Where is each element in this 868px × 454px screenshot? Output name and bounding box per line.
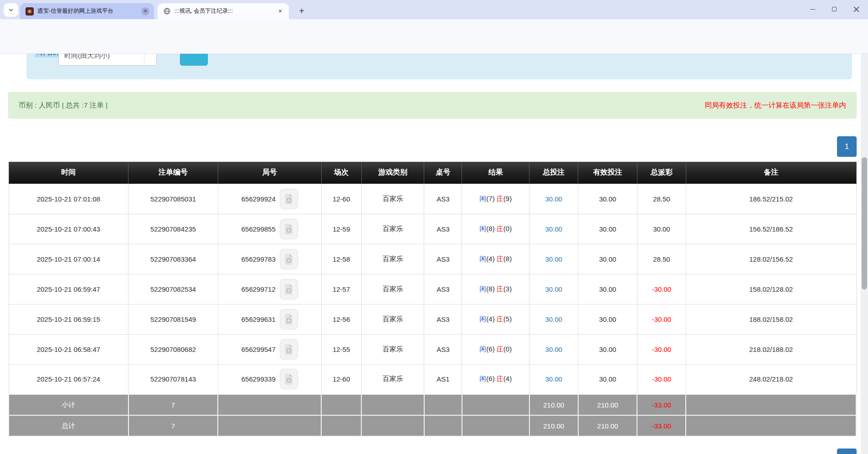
tab-bet-records-active[interactable]: :::视讯, 会员下注纪录::: ✕ bbox=[158, 3, 289, 19]
summary-alert: 币别 : 人民币 | 总共 :7 注单 | 同局有效投注，统一计算在该局第一张注… bbox=[8, 92, 857, 119]
tab-close-icon[interactable]: ✕ bbox=[276, 7, 284, 15]
globe-icon bbox=[163, 7, 171, 15]
cell-round: 656299631 bbox=[218, 304, 321, 334]
bet-record-table: 时间注单编号局号场次游戏类别桌号结果总投注有效投注总派彩备注 2025-10-2… bbox=[8, 162, 857, 437]
video-replay-button[interactable] bbox=[280, 219, 298, 239]
video-replay-button[interactable] bbox=[280, 339, 298, 360]
cell-bet-id: 522907085031 bbox=[128, 184, 218, 214]
cell-result: 闲(4) 庄(5) bbox=[462, 304, 529, 334]
cell-table-number: AS3 bbox=[424, 304, 462, 334]
cell-total-bet-link[interactable]: 30.00 bbox=[529, 304, 578, 334]
video-replay-icon bbox=[284, 313, 294, 325]
video-replay-button[interactable] bbox=[280, 249, 298, 269]
tab-close-icon[interactable]: ✕ bbox=[141, 7, 149, 15]
cell-total-bet-link[interactable]: 30.00 bbox=[529, 184, 578, 214]
cell-payout: 30.00 bbox=[637, 214, 686, 244]
cell-game-type: 百家乐 bbox=[361, 304, 424, 334]
sort-select[interactable]: 时间(由大到小) bbox=[58, 54, 157, 66]
window-minimize-button[interactable] bbox=[802, 0, 823, 18]
round-number: 656299855 bbox=[241, 225, 276, 233]
summary-label: 小计 bbox=[9, 394, 128, 415]
column-header: 注单编号 bbox=[128, 162, 218, 184]
round-number: 656299547 bbox=[241, 346, 276, 353]
cell-note: 218.02/188.02 bbox=[686, 334, 856, 364]
close-icon bbox=[853, 6, 859, 12]
video-replay-button[interactable] bbox=[280, 369, 298, 389]
tab-title: :::视讯, 会员下注纪录::: bbox=[175, 7, 272, 15]
window-close-button[interactable] bbox=[845, 0, 868, 18]
cell-result: 闲(4) 庄(8) bbox=[462, 244, 529, 274]
summary-total-bet: 210.00 bbox=[529, 415, 578, 436]
tongbao-favicon-icon bbox=[26, 7, 34, 15]
cell-total-bet-link[interactable]: 30.00 bbox=[529, 214, 578, 244]
pagination-page-1-top[interactable]: 1 bbox=[837, 136, 857, 157]
summary-empty bbox=[218, 415, 321, 436]
select-arrow-zone-icon bbox=[144, 54, 144, 63]
banker-result: 庄 bbox=[497, 375, 503, 382]
chevron-down-icon bbox=[8, 7, 14, 13]
cell-round: 656299783 bbox=[218, 244, 321, 274]
cell-table-number: AS1 bbox=[424, 364, 462, 394]
column-header: 总派彩 bbox=[637, 162, 686, 184]
cell-game-type: 百家乐 bbox=[361, 184, 424, 214]
cell-result: 闲(7) 庄(9) bbox=[462, 184, 529, 214]
pagination-page-1-bottom[interactable]: 1 bbox=[837, 449, 857, 454]
cell-time: 2025-10-21 07:00:43 bbox=[9, 214, 128, 244]
summary-empty bbox=[424, 415, 462, 436]
tab-tongbao[interactable]: 通宝-信誉最好的网上游戏平台 ✕ bbox=[20, 3, 154, 19]
cell-game-type: 百家乐 bbox=[361, 364, 424, 394]
tab-search-button[interactable] bbox=[4, 3, 18, 17]
page-scrollbar-thumb[interactable] bbox=[862, 157, 867, 289]
cell-note: 128.02/156.52 bbox=[686, 244, 856, 274]
cell-table-number: AS3 bbox=[424, 334, 462, 364]
search-submit-button[interactable] bbox=[180, 54, 208, 66]
filter-panel: 时间排序: 时间(由大到小) bbox=[26, 54, 852, 79]
cell-note: 156.52/186.52 bbox=[686, 214, 856, 244]
cell-session: 12-59 bbox=[321, 214, 361, 244]
summary-empty bbox=[424, 394, 462, 415]
cell-bet-id: 522907083364 bbox=[128, 244, 218, 274]
summary-empty bbox=[361, 415, 424, 436]
cell-round: 656299924 bbox=[218, 184, 321, 214]
banker-result: 庄 bbox=[497, 225, 503, 232]
column-header: 游戏类别 bbox=[361, 162, 424, 184]
summary-empty bbox=[218, 394, 321, 415]
maximize-icon bbox=[832, 7, 837, 11]
column-header: 时间 bbox=[9, 162, 128, 184]
table-row: 2025-10-21 07:01:08522907085031656299924… bbox=[9, 184, 856, 214]
player-result: 闲 bbox=[479, 225, 486, 232]
cell-result: 闲(6) 庄(0) bbox=[462, 334, 529, 364]
cell-bet-id: 522907078143 bbox=[128, 364, 218, 394]
cell-total-bet-link[interactable]: 30.00 bbox=[529, 244, 578, 274]
summary-empty bbox=[686, 415, 856, 436]
cell-payout: 28.50 bbox=[637, 244, 686, 274]
window-maximize-button[interactable] bbox=[824, 0, 845, 18]
round-number: 656299339 bbox=[241, 375, 276, 383]
video-replay-button[interactable] bbox=[280, 189, 298, 209]
round-number: 656299783 bbox=[241, 255, 276, 263]
summary-empty bbox=[686, 394, 856, 415]
table-row: 2025-10-21 06:59:47522907082534656299712… bbox=[9, 274, 856, 304]
cell-valid-bet: 30.00 bbox=[578, 184, 637, 214]
column-header: 备注 bbox=[686, 162, 856, 184]
cell-session: 12-58 bbox=[321, 244, 361, 274]
cell-bet-id: 522907082534 bbox=[128, 274, 218, 304]
cell-session: 12-55 bbox=[321, 334, 361, 364]
currency-summary-text: 币别 : 人民币 | 总共 :7 注单 | bbox=[19, 101, 108, 110]
video-replay-icon bbox=[284, 253, 294, 265]
video-replay-icon bbox=[284, 223, 294, 235]
cell-session: 12-56 bbox=[321, 304, 361, 334]
cell-total-bet-link[interactable]: 30.00 bbox=[529, 334, 578, 364]
cell-total-bet-link[interactable]: 30.00 bbox=[529, 364, 578, 394]
browser-toolbar: dongshouji.com/ipl/portal.php/game/betre… bbox=[0, 19, 868, 39]
new-tab-button[interactable]: + bbox=[295, 5, 308, 17]
cell-bet-id: 522907080682 bbox=[128, 334, 218, 364]
column-header: 场次 bbox=[321, 162, 361, 184]
cell-total-bet-link[interactable]: 30.00 bbox=[529, 274, 578, 304]
video-replay-button[interactable] bbox=[280, 279, 298, 299]
cell-game-type: 百家乐 bbox=[361, 334, 424, 364]
player-result: 闲 bbox=[479, 345, 486, 353]
player-result: 闲 bbox=[479, 375, 486, 382]
summary-count: 7 bbox=[128, 415, 218, 436]
video-replay-button[interactable] bbox=[280, 309, 298, 330]
